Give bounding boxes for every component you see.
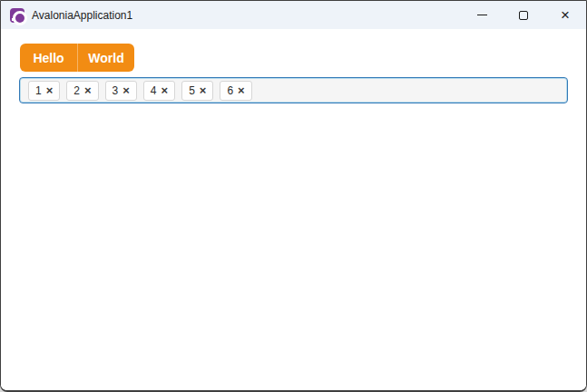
tab-world-label: World	[88, 51, 123, 65]
chip-value: 6	[227, 84, 233, 97]
chip-item: 1 ×	[28, 81, 60, 101]
tab-hello[interactable]: Hello	[20, 44, 77, 72]
chip-item: 3 ×	[105, 81, 137, 101]
app-window: AvaloniaApplication1 × Hello World 1 ×	[0, 0, 587, 392]
chip-remove-icon[interactable]: ×	[122, 84, 130, 96]
maximize-button[interactable]	[503, 1, 544, 29]
chip-item: 6 ×	[220, 81, 251, 101]
chip-value: 1	[35, 84, 42, 97]
chip-remove-icon[interactable]: ×	[161, 84, 169, 96]
avalonia-logo-icon[interactable]	[10, 8, 24, 23]
minimize-icon	[477, 15, 487, 15]
chip-remove-icon[interactable]: ×	[200, 84, 207, 96]
minimize-button[interactable]	[461, 1, 503, 29]
chip-item: 4 ×	[143, 81, 175, 101]
chip-remove-icon[interactable]: ×	[46, 84, 54, 96]
window-title: AvaloniaApplication1	[32, 9, 132, 22]
tab-strip: Hello World	[20, 44, 134, 72]
chip-remove-icon[interactable]: ×	[84, 84, 92, 96]
chip-item: 5 ×	[181, 81, 213, 101]
chip-value: 2	[73, 84, 80, 97]
chip-input-box[interactable]: 1 × 2 × 3 × 4 × 5 × 6 ×	[19, 77, 568, 103]
tab-world[interactable]: World	[77, 44, 134, 72]
close-button[interactable]: ×	[544, 1, 586, 29]
close-icon: ×	[561, 7, 570, 23]
chip-remove-icon[interactable]: ×	[238, 84, 245, 96]
title-bar[interactable]: AvaloniaApplication1 ×	[1, 1, 586, 29]
chip-value: 5	[189, 84, 195, 97]
chip-value: 4	[151, 84, 157, 97]
tab-hello-label: Hello	[33, 51, 64, 65]
chip-item: 2 ×	[66, 81, 98, 101]
chip-value: 3	[113, 84, 119, 97]
window-content: Hello World 1 × 2 × 3 × 4 ×	[1, 29, 586, 390]
maximize-icon	[519, 11, 528, 20]
